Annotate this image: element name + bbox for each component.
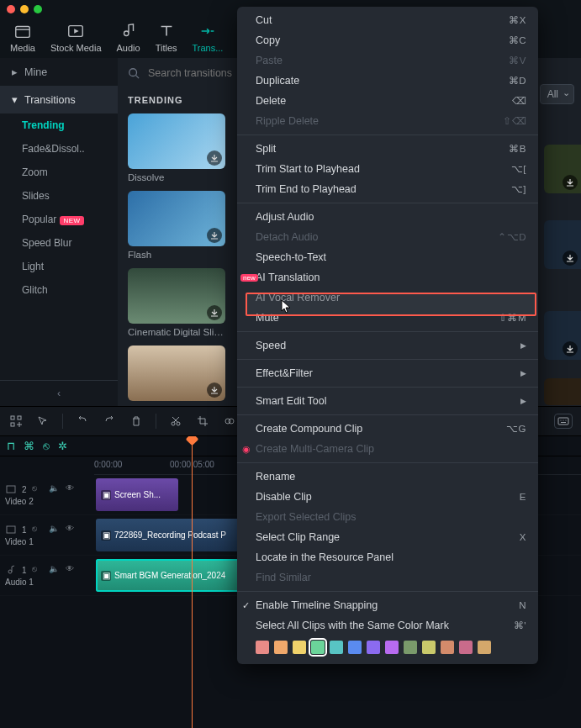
ctx-select-clip-range[interactable]: Select Clip RangeX xyxy=(237,527,538,547)
crop-icon[interactable] xyxy=(195,414,210,429)
download-icon[interactable] xyxy=(563,341,578,356)
magnet-icon[interactable]: ⊓ xyxy=(7,440,15,452)
tab-stock[interactable]: Stock Media xyxy=(50,22,102,53)
filter-all-dropdown[interactable]: All xyxy=(540,84,574,104)
transition-thumb-peek[interactable] xyxy=(544,220,581,269)
effects-icon[interactable] xyxy=(222,414,237,429)
download-icon[interactable] xyxy=(207,305,222,320)
transition-thumb[interactable]: Flash xyxy=(128,191,225,260)
color-swatch[interactable] xyxy=(441,641,454,654)
clip[interactable]: ▣Screen Sh... xyxy=(96,478,178,511)
sidebar-transitions[interactable]: ▾ Transitions xyxy=(0,86,118,113)
color-swatch[interactable] xyxy=(404,641,417,654)
ctx-split[interactable]: Split⌘B xyxy=(237,139,538,159)
download-icon[interactable] xyxy=(563,251,578,266)
sidebar-sub-zoom[interactable]: Zoom xyxy=(0,161,118,184)
color-swatch[interactable] xyxy=(422,641,436,654)
add-icon[interactable] xyxy=(8,414,24,429)
eye-icon[interactable]: 👁 xyxy=(66,524,77,535)
sidebar-sub-light[interactable]: Light xyxy=(0,255,118,278)
cut-icon[interactable] xyxy=(168,414,183,429)
sidebar-sub-slides[interactable]: Slides xyxy=(0,184,118,208)
ctx-copy[interactable]: Copy⌘C xyxy=(237,30,538,50)
download-icon[interactable] xyxy=(563,175,578,190)
ctx-rename[interactable]: Rename xyxy=(237,467,538,487)
tab-media[interactable]: Media xyxy=(10,22,35,53)
bug-icon[interactable]: ✲ xyxy=(58,440,67,452)
pointer-icon[interactable] xyxy=(35,414,50,429)
ctx-effect-filter[interactable]: Effect&Filter▶ xyxy=(237,363,538,383)
lock-icon[interactable]: ⎋ xyxy=(32,524,44,535)
ctx-trim-end-to-playhead[interactable]: Trim End to Playhead⌥] xyxy=(237,179,538,199)
ctx-speed[interactable]: Speed▶ xyxy=(237,335,538,356)
ctx-label: Find Similar xyxy=(256,572,311,583)
ctx-duplicate[interactable]: Duplicate⌘D xyxy=(237,71,538,91)
chevron-down-icon: ▾ xyxy=(12,93,18,106)
ctx-label: Select Clip Range xyxy=(256,531,340,543)
transition-thumb-peek[interactable] xyxy=(544,145,581,193)
close-window-icon[interactable] xyxy=(7,5,15,13)
marker-icon[interactable]: ⎋ xyxy=(43,440,50,452)
ctx-select-all-clips-with-the-same-color-mark[interactable]: Select All Clips with the Same Color Mar… xyxy=(237,615,538,636)
sidebar-sub-trending[interactable]: Trending xyxy=(0,113,118,137)
sidebar-sub-popular[interactable]: PopularNEW xyxy=(0,208,118,231)
color-swatch[interactable] xyxy=(478,641,491,654)
color-swatch[interactable] xyxy=(256,641,269,654)
transition-thumb[interactable] xyxy=(128,346,225,404)
ctx-ai-vocal-remover[interactable]: AI Vocal Remover xyxy=(237,288,538,308)
link-icon[interactable]: ⌘ xyxy=(24,440,34,452)
sidebar-sub-fadedissol[interactable]: Fade&Dissol.. xyxy=(0,137,118,161)
clip[interactable]: ▣722869_Recording Podcast P xyxy=(96,519,247,551)
tab-transitions[interactable]: Trans... xyxy=(193,22,224,53)
search-input[interactable] xyxy=(146,66,247,80)
keyboard-icon[interactable] xyxy=(554,414,573,429)
ctx-smart-edit-tool[interactable]: Smart Edit Tool▶ xyxy=(237,391,538,411)
ctx-mute[interactable]: Mute⇧⌘M xyxy=(237,308,538,328)
undo-icon[interactable] xyxy=(75,414,90,429)
delete-icon[interactable] xyxy=(129,414,144,429)
download-icon[interactable] xyxy=(207,382,222,398)
minimize-window-icon[interactable] xyxy=(20,5,29,13)
sidebar-sub-speedblur[interactable]: Speed Blur xyxy=(0,231,118,255)
playhead[interactable] xyxy=(192,436,193,728)
transition-thumb[interactable]: Cinematic Digital Slid... xyxy=(128,268,225,337)
maximize-window-icon[interactable] xyxy=(34,5,42,13)
color-swatch[interactable] xyxy=(311,641,325,654)
tab-audio[interactable]: Audio xyxy=(117,22,140,53)
color-swatch[interactable] xyxy=(367,641,380,654)
ctx-trim-start-to-playhead[interactable]: Trim Start to Playhead⌥[ xyxy=(237,159,538,179)
download-icon[interactable] xyxy=(207,150,222,166)
transition-thumb-peek[interactable] xyxy=(544,378,581,405)
tab-titles[interactable]: Titles xyxy=(156,22,177,53)
mute-icon[interactable]: 🔈 xyxy=(49,483,61,495)
collapse-sidebar-button[interactable]: ‹ xyxy=(0,380,118,406)
color-swatch[interactable] xyxy=(459,641,473,654)
color-swatch[interactable] xyxy=(293,641,306,654)
ctx-cut[interactable]: Cut⌘X xyxy=(237,10,538,30)
download-icon[interactable] xyxy=(207,228,222,243)
ctx-disable-clip[interactable]: Disable ClipE xyxy=(237,487,538,507)
ctx-enable-timeline-snapping[interactable]: ✓Enable Timeline SnappingN xyxy=(237,595,538,615)
ctx-delete[interactable]: Delete⌫ xyxy=(237,91,538,111)
transition-thumb[interactable]: Dissolve xyxy=(128,113,225,182)
color-swatch[interactable] xyxy=(385,641,399,654)
transition-thumb-peek[interactable] xyxy=(544,311,581,360)
lock-icon[interactable]: ⎋ xyxy=(32,564,44,576)
redo-icon[interactable] xyxy=(102,414,117,429)
sidebar-sub-glitch[interactable]: Glitch xyxy=(0,278,118,302)
mute-icon[interactable]: 🔈 xyxy=(49,524,61,535)
color-swatch[interactable] xyxy=(348,641,362,654)
submenu-arrow-icon: ▶ xyxy=(520,369,526,377)
ctx-speech-to-text[interactable]: Speech-to-Text xyxy=(237,247,538,267)
eye-icon[interactable]: 👁 xyxy=(66,564,77,576)
mute-icon[interactable]: 🔈 xyxy=(49,564,61,576)
ctx-adjust-audio[interactable]: Adjust Audio xyxy=(237,207,538,227)
ctx-locate-in-the-resource-panel[interactable]: Locate in the Resource Panel xyxy=(237,547,538,567)
color-swatch[interactable] xyxy=(330,641,343,654)
eye-icon[interactable]: 👁 xyxy=(66,483,77,495)
ctx-create-compound-clip[interactable]: Create Compound Clip⌥G xyxy=(237,419,538,439)
sidebar-mine[interactable]: ▸ Mine xyxy=(0,58,118,86)
color-swatch[interactable] xyxy=(274,641,288,654)
lock-icon[interactable]: ⎋ xyxy=(32,483,44,495)
ctx-ai-translation[interactable]: newAI Translation xyxy=(237,267,538,288)
